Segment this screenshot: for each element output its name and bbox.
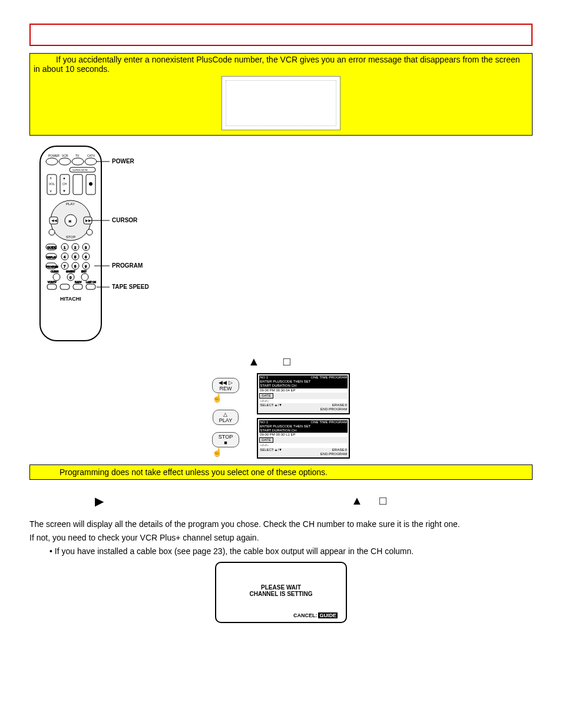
button-press-column: ◀◀ ▷REW ☝ △PLAY STOP■ ☝: [212, 373, 239, 459]
svg-text:PLAY: PLAY: [66, 202, 75, 206]
label-cursor: CURSOR: [112, 217, 138, 223]
svg-text:GUIDE: GUIDE: [47, 246, 57, 249]
hookup-diagram: [222, 76, 340, 130]
osd-stack: NO 1ONE TIME PROGRAM ENTER PLUSCODE THEN…: [257, 373, 350, 459]
svg-point-1: [46, 158, 58, 165]
svg-rect-67: [86, 284, 95, 289]
svg-point-57: [53, 274, 60, 281]
body-bullet-1: • If you have installed a cable box (see…: [49, 546, 533, 557]
body-p2: If not, you need to check your VCR Plus+…: [29, 532, 533, 543]
osd-screen-b: NO 1ONE TIME PROGRAM ENTER PLUSCODE THEN…: [257, 418, 350, 459]
svg-point-4: [85, 158, 97, 165]
svg-text:STOP: STOP: [66, 235, 75, 239]
svg-text:∨: ∨: [49, 189, 52, 193]
osd-figure: ◀◀ ▷REW ☝ △PLAY STOP■ ☝ NO 1ONE TIME PRO…: [29, 373, 533, 459]
svg-point-2: [59, 158, 71, 165]
svg-text:VOL: VOL: [49, 182, 55, 186]
screen-line-1: PLEASE WAIT: [261, 584, 301, 591]
svg-point-32: [87, 229, 92, 235]
warning-box-1: If you accidentally enter a nonexistent …: [29, 53, 533, 136]
svg-point-21: [89, 182, 92, 186]
up-arrow-icon: ▲: [351, 494, 379, 507]
brand-label: HITACHI: [60, 296, 81, 302]
body-p1: The screen will display all the details …: [29, 519, 533, 530]
remote-illustration: POWERVCRTVCATV SUPER NOTE ∧VOL∨ ▲CH▼ PLA…: [29, 144, 153, 344]
top-red-banner: [29, 24, 533, 46]
please-wait-screen: PLEASE WAIT CHANNEL IS SETTING CANCEL:GU…: [215, 562, 347, 623]
hand-icon: ☝: [212, 447, 239, 457]
rew-button-graphic: ◀◀ ▷REW: [212, 378, 239, 393]
svg-text:PROGRAM: PROGRAM: [46, 265, 58, 268]
play-button-graphic: △PLAY: [213, 410, 239, 425]
svg-text:◀◀: ◀◀: [51, 219, 57, 222]
svg-point-31: [49, 229, 55, 235]
up-arrow-icon: ▲: [248, 355, 283, 368]
label-tapespeed: TAPE SPEED: [112, 284, 149, 290]
svg-text:▣: ▣: [68, 219, 72, 223]
svg-text:∧: ∧: [49, 176, 52, 180]
svg-rect-66: [73, 284, 82, 289]
stop-icon: □: [283, 355, 314, 368]
play-icon: ▶: [95, 494, 104, 508]
remote-figure: POWERVCRTVCATV SUPER NOTE ∧VOL∨ ▲CH▼ PLA…: [29, 144, 533, 344]
stop-icon: □: [379, 494, 403, 507]
hand-icon: ☝: [212, 393, 239, 403]
svg-text:▲: ▲: [62, 176, 66, 180]
warning-box-2: Programming does not take effect unless …: [29, 465, 533, 480]
svg-text:100/ENT: 100/ENT: [66, 270, 75, 273]
svg-point-3: [72, 158, 84, 165]
svg-text:DISPLAY: DISPLAY: [47, 256, 57, 259]
svg-point-60: [81, 274, 88, 281]
svg-rect-19: [73, 174, 82, 195]
warning-text-2: Programming does not take effect unless …: [59, 467, 328, 477]
screen-line-2: CHANNEL IS SETTING: [249, 591, 312, 597]
svg-rect-64: [47, 284, 57, 289]
svg-text:TV: TV: [75, 154, 80, 157]
label-program: PROGRAM: [112, 262, 143, 269]
svg-text:SUPER NOTE: SUPER NOTE: [72, 169, 88, 172]
svg-text:CATV: CATV: [87, 154, 95, 157]
glyph-row-2: ▶ ▲□: [29, 494, 533, 508]
glyph-row-1: ▲□: [29, 355, 533, 368]
svg-text:▼: ▼: [62, 189, 66, 193]
stop-button-graphic: STOP■: [212, 432, 239, 447]
svg-text:F.ADV: F.ADV: [75, 281, 82, 284]
svg-rect-65: [60, 284, 70, 289]
svg-text:LAST CH: LAST CH: [86, 281, 96, 284]
label-power: POWER: [112, 158, 135, 164]
svg-text:VCR: VCR: [62, 154, 68, 157]
svg-text:POWER: POWER: [48, 154, 59, 157]
screen-cancel: CANCEL:GUIDE: [293, 612, 338, 618]
svg-text:CLEAR: CLEAR: [51, 270, 58, 273]
warning-text-1: If you accidentally enter a nonexistent …: [34, 55, 528, 74]
svg-text:▶▶: ▶▶: [85, 219, 91, 222]
svg-text:VCR/TV: VCR/TV: [48, 281, 57, 284]
osd-screen-a: NO 1ONE TIME PROGRAM ENTER PLUSCODE THEN…: [257, 373, 350, 414]
svg-text:CH: CH: [62, 182, 67, 186]
svg-text:EXIT: EXIT: [81, 270, 87, 273]
